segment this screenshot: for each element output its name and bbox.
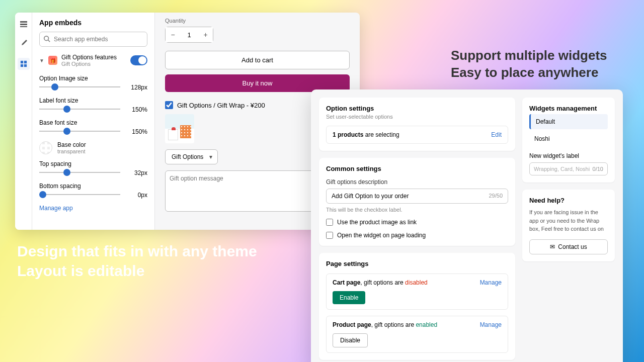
embed-name: Gift Options features bbox=[61, 54, 126, 61]
theme-editor-panel: App embeds ▼ 🎁 Gift Options features Gif… bbox=[15, 13, 360, 230]
svg-point-7 bbox=[44, 36, 49, 41]
help-text: If you are facing issue in the app or yo… bbox=[529, 208, 608, 233]
qty-minus-button[interactable]: − bbox=[166, 27, 180, 42]
color-swatch bbox=[39, 141, 52, 154]
enable-button[interactable]: Enable bbox=[333, 291, 365, 304]
widget-item-default[interactable]: Default bbox=[529, 114, 608, 129]
desc-input[interactable]: Add Gift Option to your order 29/50 bbox=[326, 189, 508, 204]
sidebar-title: App embeds bbox=[39, 19, 147, 27]
slider-label: Base font size bbox=[39, 119, 147, 126]
admin-settings-panel: Option settings Set user-selectable opti… bbox=[311, 89, 623, 362]
chk-use-image[interactable]: Use the product image as link bbox=[326, 219, 508, 226]
manage-product-link[interactable]: Manage bbox=[480, 321, 502, 328]
desc-hint: This will be the checkbox label. bbox=[326, 207, 508, 213]
widget-item-noshi[interactable]: Noshi bbox=[529, 131, 608, 146]
manage-app-link[interactable]: Manage app bbox=[39, 205, 73, 212]
cart-page-row: Cart page, gift options are disabled Man… bbox=[326, 274, 508, 310]
gift-options-select[interactable]: Gift Options bbox=[165, 149, 218, 164]
gift-checkbox[interactable] bbox=[165, 101, 173, 109]
product-page-row: Product page, gift options are enabled M… bbox=[326, 316, 508, 353]
add-to-cart-button[interactable]: Add to cart bbox=[165, 51, 350, 69]
marketing-headline-right: Support multiple widgets Easy to place a… bbox=[451, 47, 607, 81]
gift-wrap-image bbox=[165, 114, 194, 143]
new-widget-input[interactable]: Wrapping, Card, Noshi 0/10 bbox=[529, 162, 608, 175]
slider-label-font[interactable] bbox=[39, 109, 120, 111]
search-icon bbox=[43, 35, 50, 44]
common-settings-card: Common settings Gift options description… bbox=[319, 158, 515, 246]
app-embeds-sidebar: App embeds ▼ 🎁 Gift Options features Gif… bbox=[32, 13, 155, 230]
slider-label: Top spacing bbox=[39, 160, 147, 167]
page-settings-card: Page settings Cart page, gift options ar… bbox=[319, 253, 515, 360]
slider-image-size[interactable] bbox=[39, 86, 120, 88]
slider-top-spacing[interactable] bbox=[39, 172, 120, 174]
embed-app: Gift Options bbox=[61, 61, 126, 67]
slider-label: Option Image size bbox=[39, 75, 147, 82]
new-widget-label: New widget's label bbox=[529, 152, 608, 159]
embed-toggle[interactable] bbox=[130, 55, 147, 65]
search-input[interactable] bbox=[39, 32, 147, 47]
slider-label: Bottom spacing bbox=[39, 183, 147, 190]
gift-checkbox-label: Gift Options / Gift Wrap - ¥200 bbox=[177, 102, 265, 109]
svg-rect-1 bbox=[20, 24, 27, 25]
slider-label: Label font size bbox=[39, 97, 147, 104]
card-title: Page settings bbox=[326, 260, 508, 267]
marketing-headline-left: Design that fits in with any theme Layou… bbox=[17, 241, 257, 281]
svg-rect-4 bbox=[24, 61, 26, 63]
card-title: Common settings bbox=[326, 165, 508, 172]
card-title: Option settings bbox=[326, 105, 508, 112]
svg-rect-6 bbox=[24, 64, 26, 67]
brush-icon[interactable] bbox=[19, 39, 28, 48]
gift-app-icon: 🎁 bbox=[48, 56, 57, 65]
qty-plus-button[interactable]: + bbox=[198, 27, 213, 42]
card-title: Widgets management bbox=[529, 105, 608, 112]
card-title: Need help? bbox=[529, 197, 608, 204]
chevron-down-icon: ▼ bbox=[39, 58, 44, 63]
option-settings-card: Option settings Set user-selectable opti… bbox=[319, 98, 515, 151]
color-value: transparent bbox=[57, 148, 86, 154]
quantity-label: Quantity bbox=[165, 18, 350, 24]
desc-label: Gift options description bbox=[326, 178, 508, 186]
apps-icon[interactable] bbox=[18, 58, 30, 70]
slider-bottom-spacing[interactable] bbox=[39, 194, 120, 196]
svg-rect-2 bbox=[20, 26, 27, 27]
quantity-stepper: − + bbox=[165, 27, 213, 43]
embed-item[interactable]: ▼ 🎁 Gift Options features Gift Options bbox=[39, 52, 147, 69]
sections-icon[interactable] bbox=[19, 20, 28, 29]
editor-rail bbox=[15, 13, 32, 230]
qty-input[interactable] bbox=[180, 27, 198, 42]
edit-link[interactable]: Edit bbox=[491, 131, 502, 138]
svg-rect-5 bbox=[20, 64, 23, 67]
slider-base-font[interactable] bbox=[39, 131, 120, 133]
manage-cart-link[interactable]: Manage bbox=[480, 279, 502, 286]
widgets-management-card: Widgets management Default Noshi New wid… bbox=[522, 98, 615, 183]
disable-button[interactable]: Disable bbox=[333, 333, 368, 347]
help-card: Need help? If you are facing issue in th… bbox=[522, 190, 615, 261]
mail-icon: ✉ bbox=[550, 243, 555, 250]
svg-line-8 bbox=[48, 40, 50, 42]
contact-us-button[interactable]: ✉ Contact us bbox=[529, 239, 608, 254]
card-subtitle: Set user-selectable options bbox=[326, 114, 508, 120]
svg-rect-0 bbox=[20, 21, 27, 23]
search-box bbox=[39, 32, 147, 47]
base-color-row[interactable]: Base color transparent bbox=[39, 141, 147, 154]
color-label: Base color bbox=[57, 141, 86, 148]
chk-open-widget[interactable]: Open the widget on page loading bbox=[326, 232, 508, 239]
selecting-row: 1 products are selecting Edit bbox=[326, 126, 508, 144]
svg-rect-3 bbox=[20, 61, 23, 63]
